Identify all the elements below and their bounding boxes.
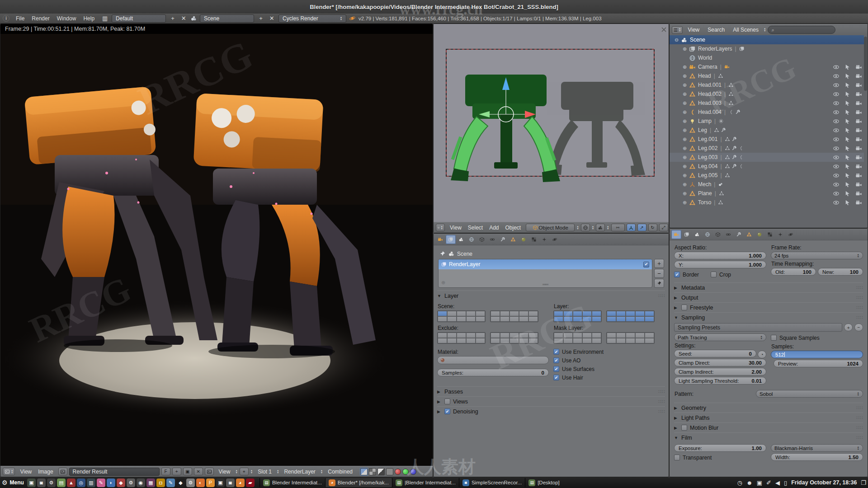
properties-tab-chain[interactable] <box>487 235 497 244</box>
expand-toggle[interactable]: ⊕ <box>682 191 688 197</box>
layer-toggle-cell[interactable] <box>592 338 601 343</box>
info-icon[interactable]: i <box>3 15 9 22</box>
app-launcher-app-blue[interactable]: ◎ <box>77 479 85 487</box>
layer-toggle-cell[interactable] <box>509 316 519 322</box>
layer-toggle-cell[interactable] <box>635 316 645 322</box>
layer-toggle-cell[interactable] <box>573 333 582 338</box>
hide-icon[interactable] <box>833 163 840 170</box>
app-launcher-lock[interactable]: ◘ <box>156 479 165 487</box>
app-launcher-app-curve[interactable]: ◗ <box>107 479 115 487</box>
expand-toggle[interactable]: ⊕ <box>682 73 688 79</box>
properties-tab-scene[interactable] <box>692 230 702 239</box>
expand-toggle[interactable]: ⊕ <box>682 91 688 97</box>
layer-toggle-cell[interactable] <box>616 333 626 338</box>
viewport-menu-view[interactable]: View <box>447 222 465 233</box>
outliner-item-head.001[interactable]: ⊕Head.001| <box>670 80 864 89</box>
properties-tab-wrench[interactable] <box>498 235 508 244</box>
layer-toggle-cell[interactable] <box>563 338 573 343</box>
app-launcher-app-red[interactable]: ◆ <box>117 479 125 487</box>
view-icon-button[interactable] <box>205 468 214 475</box>
selectable-icon[interactable] <box>844 163 851 170</box>
start-menu-button[interactable]: ⚙Menu <box>2 479 24 486</box>
pivot-button[interactable]: ⌖ <box>240 468 249 475</box>
viewport-shading-button[interactable] <box>581 224 590 231</box>
layer-toggle-cell[interactable] <box>573 338 582 343</box>
proportional-edit-button[interactable]: ⇿ <box>611 224 625 231</box>
remove-render-layer-button[interactable]: − <box>654 269 664 278</box>
layer-toggle-cell[interactable] <box>457 311 466 316</box>
layer-toggle-cell[interactable] <box>563 316 573 322</box>
app-launcher-screenshot[interactable]: ▣ <box>216 479 225 487</box>
viewport-menu-object[interactable]: Object <box>502 222 524 233</box>
layer-toggle-cell[interactable] <box>519 338 528 343</box>
panel-header-freestyle[interactable]: ▶Freestyle∷∷ <box>674 302 863 312</box>
pack-image-button[interactable]: ▣ <box>183 468 192 475</box>
properties-tab-renderlayers[interactable] <box>682 230 692 239</box>
aspect-y-field[interactable]: Y:1.000 <box>674 261 766 268</box>
app-launcher-files[interactable]: ▤ <box>57 479 66 487</box>
editor-type-button[interactable]: ▲▼ <box>3 468 15 475</box>
panel-header-metadata[interactable]: ▶Metadata∷∷ <box>674 282 863 292</box>
outliner-search-menu[interactable]: Search <box>704 24 728 35</box>
expand-toggle[interactable]: ⊕ <box>682 64 688 70</box>
fake-user-button[interactable]: F <box>161 468 170 475</box>
remove-preset-button[interactable]: − <box>854 324 863 331</box>
menu-render[interactable]: Render <box>28 14 53 23</box>
selectable-icon[interactable] <box>844 145 851 152</box>
renderable-icon[interactable] <box>855 181 862 188</box>
selectable-icon[interactable] <box>844 136 851 143</box>
layer-toggle-cell[interactable] <box>563 311 573 316</box>
outliner-item-torso[interactable]: ⊕Torso| <box>670 198 864 207</box>
layer-toggle-cell[interactable] <box>582 311 592 316</box>
channel-blue-button[interactable] <box>410 469 416 475</box>
hide-icon[interactable] <box>833 91 840 98</box>
panel-header-passes[interactable]: ▶Passes∷∷ <box>437 386 665 396</box>
layer-toggle-cell[interactable] <box>438 333 447 338</box>
layer-toggle-cell[interactable] <box>519 311 528 316</box>
renderable-icon[interactable] <box>855 136 862 143</box>
renderable-icon[interactable] <box>855 91 862 98</box>
properties-tab-ball[interactable] <box>755 230 764 239</box>
renderable-icon[interactable] <box>855 199 862 206</box>
workspace-switcher[interactable]: ❐ <box>861 479 866 486</box>
transparent-checkbox[interactable]: Transparent <box>674 453 766 462</box>
samples-edit-field[interactable]: 512 <box>771 351 863 358</box>
layer-toggle-cell[interactable] <box>626 333 635 338</box>
app-launcher-editor[interactable]: ✎ <box>166 479 175 487</box>
layer-toggle-cell[interactable] <box>573 311 582 316</box>
taskbar-window-0[interactable]: ▤Blender Intermediat... <box>259 478 325 487</box>
outliner-item-leg[interactable]: ⊕Leg| <box>670 126 864 135</box>
outliner-item-leg.003[interactable]: ⊕Leg.003| <box>670 153 864 162</box>
outliner-item-mech[interactable]: ⊕Mech| <box>670 180 864 189</box>
hide-icon[interactable] <box>833 145 840 152</box>
seed-field[interactable]: Seed:0 <box>674 350 756 357</box>
layer-toggle-cell[interactable] <box>645 311 654 316</box>
properties-tab-orbit[interactable] <box>786 230 796 239</box>
mode-selector[interactable]: Object Mode <box>526 224 575 231</box>
selectable-icon[interactable] <box>844 82 851 89</box>
layer-toggle-cell[interactable] <box>500 333 509 338</box>
layer-toggle-cell[interactable] <box>607 311 616 316</box>
clamp-indirect-field[interactable]: Clamp Indirect:2.00 <box>674 368 766 375</box>
app-launcher-blender-app[interactable]: ◕ <box>236 479 245 487</box>
layer-toggle-cell[interactable] <box>635 311 645 316</box>
layer-toggle-cell[interactable] <box>607 316 616 322</box>
layer-enabled-checkbox[interactable]: ✔ <box>643 262 649 267</box>
properties-tab-renderlayers[interactable] <box>446 235 456 244</box>
slot-selector[interactable]: Slot 1 <box>255 466 275 477</box>
properties-tab-scene[interactable] <box>456 235 466 244</box>
image-name-field[interactable]: Render Result <box>69 468 160 476</box>
renderable-icon[interactable] <box>855 73 862 80</box>
layer-toggle-cell[interactable] <box>554 333 563 338</box>
layer-toggle-cell[interactable] <box>573 316 582 322</box>
pivot-point-button[interactable] <box>596 224 605 231</box>
taskbar-window-4[interactable]: ▤[Desktop] <box>525 478 563 487</box>
square-samples-checkbox[interactable]: Square Samples <box>771 333 863 342</box>
selectable-icon[interactable] <box>844 73 851 80</box>
selectable-icon[interactable] <box>844 199 851 206</box>
outliner-item-lamp[interactable]: ⊕Lamp| <box>670 117 864 126</box>
pin-icon[interactable] <box>439 250 446 257</box>
channel-rgba-button[interactable] <box>360 468 368 475</box>
layer-toggle-cell[interactable] <box>457 333 466 338</box>
panel-header-output[interactable]: ▶Output∷∷ <box>674 292 863 302</box>
